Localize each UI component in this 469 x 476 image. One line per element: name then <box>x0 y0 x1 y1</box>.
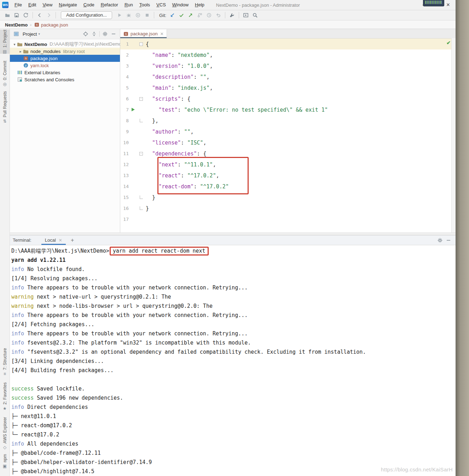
tool-button-0-commit[interactable]: 0: Commit◎ <box>0 61 10 86</box>
menu-item-tools[interactable]: Tools <box>136 0 153 10</box>
back-icon[interactable] <box>35 11 44 19</box>
fold-marker-icon[interactable]: - <box>139 42 143 46</box>
terminal-line: └─ react@17.0.2 <box>11 430 456 439</box>
code-line-7[interactable]: 7 "test": "echo \"Error: no test specifi… <box>120 104 456 115</box>
code-line-6[interactable]: 6- "scripts": { <box>120 93 456 104</box>
terminal-line: info Direct dependencies <box>11 402 456 412</box>
code-line-8[interactable]: 8 }, <box>120 115 456 126</box>
push-icon[interactable] <box>186 11 195 19</box>
menu-item-edit[interactable]: Edit <box>25 0 39 10</box>
project-panel-title[interactable]: Project <box>23 31 37 37</box>
terminal-hide-icon[interactable] <box>444 236 453 244</box>
sync-icon[interactable] <box>21 11 30 19</box>
menu-item-view[interactable]: View <box>39 0 56 10</box>
code-line-17[interactable]: 17 <box>120 214 456 225</box>
collapse-all-icon[interactable] <box>90 30 98 38</box>
terminal-settings-gear-icon[interactable] <box>436 236 444 244</box>
forward-icon[interactable] <box>44 11 53 19</box>
run-anything-icon[interactable] <box>241 11 250 19</box>
code-line-10[interactable]: 10 "license": "ISC", <box>120 137 456 148</box>
commit-icon[interactable] <box>177 11 186 19</box>
add-configuration-button[interactable]: Add Configuration... <box>61 11 112 19</box>
coverage-icon[interactable] <box>133 11 143 19</box>
menu-item-code[interactable]: Code <box>80 0 98 10</box>
editor-area[interactable]: n package.json ✕ 1-{2 "name": "nextdemo"… <box>120 29 456 233</box>
line-number: 12 <box>120 162 129 167</box>
search-everywhere-icon[interactable] <box>250 11 260 19</box>
cherry-pick-icon[interactable] <box>195 11 204 19</box>
code-line-11[interactable]: 11- "dependencies": { <box>120 148 456 159</box>
window-controls: ─ ✕ <box>418 0 454 10</box>
code-line-15[interactable]: 15 } <box>120 192 456 203</box>
stop-icon[interactable] <box>143 11 152 19</box>
tree-item-node-modules[interactable]: ▸node_moduleslibrary root <box>10 48 120 55</box>
code-line-1[interactable]: 1-{ <box>120 39 456 49</box>
breadcrumb-file[interactable]: npackage.json <box>34 22 68 28</box>
fold-end-marker-icon[interactable] <box>140 195 143 199</box>
menu-item-window[interactable]: Window <box>169 0 192 10</box>
code-line-16[interactable]: 16} <box>120 203 456 214</box>
code-line-4[interactable]: 4 "description": "", <box>120 71 456 82</box>
menu-item-file[interactable]: File <box>11 0 25 10</box>
tool-button-1-project[interactable]: 1: Project▤ <box>0 30 10 54</box>
terminal-panel[interactable]: Terminal: Local ✕ + D:\AAA前端学习\Next.js\N… <box>10 235 456 476</box>
code-line-2[interactable]: 2 "name": "nextdemo", <box>120 49 456 60</box>
fold-end-marker-icon[interactable] <box>140 206 143 210</box>
fold-marker-icon[interactable]: - <box>139 97 143 101</box>
save-icon[interactable] <box>12 11 21 19</box>
open-folder-icon[interactable] <box>3 11 12 19</box>
inspection-ok-icon[interactable]: ✔ <box>446 40 451 46</box>
chevron-down-icon[interactable]: ▾ <box>12 42 17 46</box>
chevron-right-icon[interactable]: ▸ <box>18 49 23 53</box>
tree-item-package-json[interactable]: npackage.json <box>10 55 120 62</box>
new-terminal-session-icon[interactable]: + <box>71 237 74 243</box>
line-number: 16 <box>120 206 129 211</box>
code-line-9[interactable]: 9 "author": "", <box>120 126 456 137</box>
menu-item-refactor[interactable]: Refactor <box>98 0 121 10</box>
wrench-icon[interactable] <box>227 11 237 19</box>
tree-item-scratches-and-consoles[interactable]: Scratches and Consoles <box>10 76 120 83</box>
fold-end-marker-icon[interactable] <box>140 119 143 122</box>
tool-window-stripe: 1: Project▤0: Commit◎Pull Requests⇅7: St… <box>0 29 10 476</box>
pull-requests-icon: ⇅ <box>3 119 6 123</box>
code-line-5[interactable]: 5 "main": "index.js", <box>120 82 456 93</box>
editor-scrollbar[interactable] <box>451 38 456 233</box>
menu-item-help[interactable]: Help <box>192 0 208 10</box>
code-line-12[interactable]: 12 "next": "^11.0.1", <box>120 159 456 170</box>
tree-item-yarn-lock[interactable]: yyarn.lock <box>10 62 120 69</box>
breadcrumb-project[interactable]: NextDemo <box>5 22 28 28</box>
chevron-down-icon[interactable]: ▾ <box>38 32 40 36</box>
tab-package-json[interactable]: n package.json ✕ <box>120 29 167 38</box>
rollback-icon[interactable] <box>214 11 223 19</box>
terminal-tab-close-icon[interactable]: ✕ <box>59 238 62 243</box>
terminal-line: info "fsevents@2.3.2" is an optional dep… <box>11 347 456 357</box>
tool-button-aws-explorer[interactable]: AWS Explorer◇ <box>0 417 10 449</box>
menu-item-run[interactable]: Run <box>121 0 136 10</box>
gear-icon[interactable] <box>101 30 109 38</box>
history-icon[interactable] <box>204 11 214 19</box>
update-icon[interactable] <box>168 11 177 19</box>
code-area[interactable]: 1-{2 "name": "nextdemo",3 "version": "1.… <box>120 39 456 225</box>
run-script-icon[interactable] <box>132 108 135 111</box>
debug-icon[interactable] <box>124 11 133 19</box>
hide-panel-icon[interactable] <box>109 30 118 38</box>
editor-tab-bar: n package.json ✕ <box>120 29 456 39</box>
fold-marker-icon[interactable]: - <box>139 152 143 155</box>
tab-close-icon[interactable]: ✕ <box>160 31 164 36</box>
locate-file-icon[interactable] <box>81 30 90 38</box>
tool-button-2-favorites[interactable]: 2: Favorites★ <box>0 382 10 411</box>
code-line-14[interactable]: 14 "react-dom": "^17.0.2" <box>120 181 456 192</box>
terminal-tab-local[interactable]: Local ✕ <box>41 235 66 245</box>
npm-file-icon: n <box>34 22 40 28</box>
tree-item-external-libraries[interactable]: External Libraries <box>10 69 120 76</box>
code-line-13[interactable]: 13 "react": "^17.0.2", <box>120 170 456 181</box>
menu-item-vcs[interactable]: VCS <box>153 0 169 10</box>
tree-item-nextdemo[interactable]: ▾NextDemoD:\AAA前端学习\Next.js\NextDemo <box>10 41 120 48</box>
code-line-3[interactable]: 3 "version": "1.0.0", <box>120 60 456 71</box>
tool-button-pull-requests[interactable]: Pull Requests⇅ <box>0 91 10 123</box>
tool-button-npm[interactable]: npm▣ <box>0 454 10 468</box>
tool-button-7-structure[interactable]: 7: Structure≡ <box>0 348 10 376</box>
run-icon[interactable] <box>115 11 124 19</box>
menu-item-navigate[interactable]: Navigate <box>56 0 80 10</box>
toolbar-separator <box>33 12 33 18</box>
